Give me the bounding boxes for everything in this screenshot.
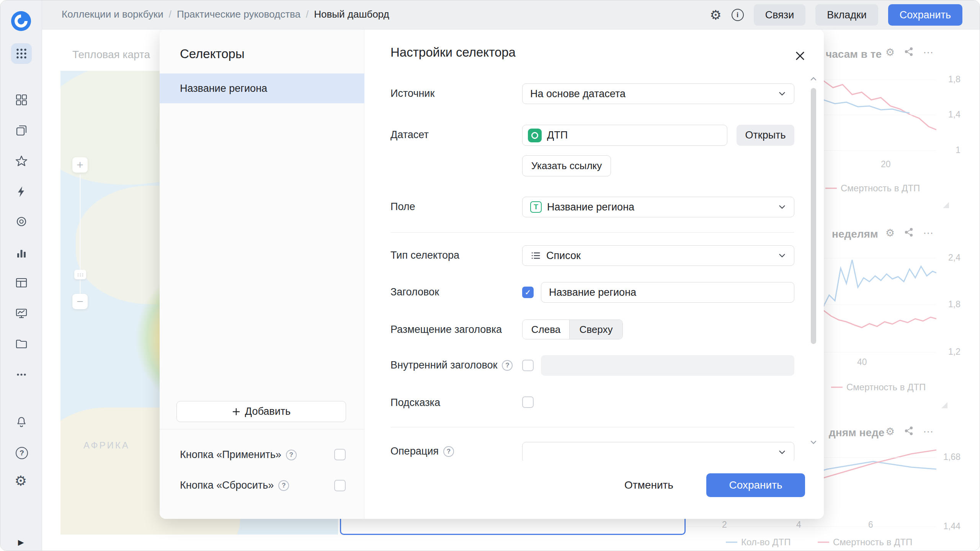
save-button[interactable]: Сохранить [888,4,962,26]
breadcrumb: Коллекции и воркбуки / Практические руко… [62,8,389,20]
hint-label: Подсказка [390,397,440,409]
text-field-type-icon: Т [530,201,542,213]
apply-button-checkbox[interactable] [334,449,346,460]
scroll-down-icon[interactable] [809,438,818,447]
operation-label: Операция ? [390,445,454,457]
add-selector-button[interactable]: Добавить [176,401,346,422]
help-icon[interactable]: ? [16,447,29,460]
settings-panel-title: Настройки селектора [390,45,516,60]
lens-target-icon[interactable] [15,215,28,228]
open-dataset-button[interactable]: Открыть [737,125,794,146]
folder-icon[interactable] [15,337,28,350]
selectors-panel-title: Селекторы [180,47,245,61]
dataset-icon [528,129,542,142]
table-icon[interactable] [15,276,28,289]
dataset-label: Датасет [390,129,429,141]
breadcrumb-collections[interactable]: Коллекции и воркбуки [62,8,163,20]
help-icon[interactable]: ? [286,450,297,460]
divider [390,232,794,233]
selector-type-label: Тип селектора [390,249,459,261]
settings-gear-icon[interactable]: ⚙ [710,8,721,21]
chevron-down-icon [777,202,787,212]
help-icon[interactable]: ? [502,360,513,371]
dashboards-icon[interactable] [15,93,28,106]
monitor-chart-icon[interactable] [15,307,28,320]
inner-title-input [541,355,794,376]
selector-list-item-label: Название региона [180,83,267,95]
inner-title-checkbox[interactable] [522,360,534,371]
app-window: Коллекции и воркбуки / Практические руко… [0,0,980,551]
scrollbar-thumb[interactable] [811,88,816,344]
selector-type-value: Список [546,250,772,262]
hint-checkbox[interactable] [522,396,534,408]
header-actions: ⚙ i Связи Вкладки Сохранить [710,0,962,29]
apply-button-row-label: Кнопка «Применить» ? [180,449,297,461]
selector-list-item[interactable]: Название региона [160,73,364,103]
dialog-footer: Отменить Сохранить [364,461,824,519]
source-label: Источник [390,88,434,99]
reset-button-checkbox[interactable] [334,480,346,491]
dataset-field[interactable]: ДТП [522,125,727,146]
cancel-button[interactable]: Отменить [610,474,688,496]
datalens-logo-icon[interactable] [11,11,31,31]
placement-segmented-control: Слева Сверху [522,320,623,339]
title-row-label: Заголовок [390,286,439,298]
header: Коллекции и воркбуки / Практические руко… [0,0,980,29]
inner-title-label: Внутренний заголовок ? [390,359,513,371]
plus-icon [232,408,240,416]
breadcrumb-current-dashboard: Новый дашборд [314,8,389,20]
collapse-arrow-icon[interactable]: ▶ [18,538,27,547]
source-value: На основе датасета [530,88,772,100]
field-value: Название региона [547,201,772,213]
breadcrumb-guides[interactable]: Практические руководства [177,8,301,20]
placement-option-top[interactable]: Сверху [569,320,622,339]
chevron-down-icon [777,89,787,99]
more-dots-icon[interactable] [15,368,28,381]
dataset-name: ДТП [547,129,568,141]
app-grid-icon[interactable] [11,43,32,64]
sidebar: ? ⚙ ▶ [0,0,42,551]
info-icon[interactable]: i [732,9,744,21]
divider [390,427,794,427]
title-input[interactable] [541,282,794,303]
placement-option-left[interactable]: Слева [523,320,569,339]
operation-select[interactable] [522,442,794,463]
list-icon [530,250,541,261]
bar-chart-icon[interactable] [15,246,28,259]
field-label: Поле [390,201,415,213]
lightning-icon[interactable] [15,185,28,198]
chevron-down-icon [777,447,787,457]
add-selector-label: Добавить [245,406,291,417]
save-selector-button[interactable]: Сохранить [706,473,805,497]
help-icon[interactable]: ? [278,480,289,491]
breadcrumb-separator: / [169,8,172,20]
specify-link-button[interactable]: Указать ссылку [522,155,611,176]
field-select[interactable]: Т Название региона [522,197,794,217]
workbooks-layers-icon[interactable] [15,124,28,137]
reset-button-row-label: Кнопка «Сбросить» ? [180,479,289,491]
scroll-up-icon[interactable] [809,74,818,83]
source-select[interactable]: На основе датасета [522,83,794,104]
selector-type-select[interactable]: Список [522,245,794,266]
selectors-panel: Селекторы Название региона Добавить Кноп… [160,29,364,519]
selectors-dialog: Селекторы Название региона Добавить Кноп… [160,29,824,519]
bell-icon[interactable] [15,416,28,429]
close-icon[interactable] [793,49,807,63]
relations-button[interactable]: Связи [754,4,806,26]
tabs-button[interactable]: Вкладки [815,4,878,26]
favorites-star-icon[interactable] [15,155,28,168]
divider [160,429,364,429]
selector-settings-panel: Настройки селектора Источник На основе д… [364,29,824,519]
chevron-down-icon [777,251,787,261]
title-checkbox[interactable] [522,287,534,298]
breadcrumb-separator: / [306,8,309,20]
help-icon[interactable]: ? [443,446,454,457]
placement-label: Размещение заголовка [390,324,502,336]
sidebar-settings-gear-icon[interactable]: ⚙ [15,474,28,487]
